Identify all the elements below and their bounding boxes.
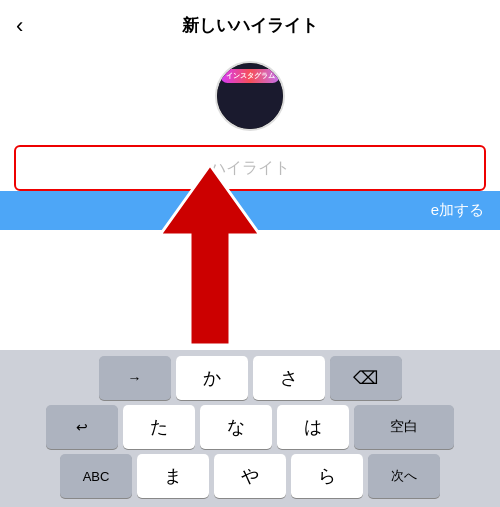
key-ta[interactable]: た <box>123 405 195 449</box>
key-arrow-right[interactable]: → <box>99 356 171 400</box>
key-sa[interactable]: さ <box>253 356 325 400</box>
key-space[interactable]: 空白 <box>354 405 454 449</box>
keyboard-row-2: ↩ た な は 空白 <box>4 405 496 449</box>
keyboard-row-3: ABC ま や ら 次へ <box>4 454 496 498</box>
key-ra[interactable]: ら <box>291 454 363 498</box>
avatar-area: インスタグラム <box>0 51 500 145</box>
keyboard: → か さ ⌫ ↩ た な は 空白 ABC ま や ら 次へ <box>0 350 500 507</box>
keyboard-row-1: → か さ ⌫ <box>4 356 496 400</box>
key-return[interactable]: ↩ <box>46 405 118 449</box>
input-area <box>0 145 500 191</box>
key-ka[interactable]: か <box>176 356 248 400</box>
avatar-label: インスタグラム <box>221 69 280 83</box>
key-ya[interactable]: や <box>214 454 286 498</box>
page-title: 新しいハイライト <box>182 14 318 37</box>
back-button[interactable]: ‹ <box>16 13 23 39</box>
key-abc[interactable]: ABC <box>60 454 132 498</box>
key-ha[interactable]: は <box>277 405 349 449</box>
key-ma[interactable]: ま <box>137 454 209 498</box>
action-bar-text: e加する <box>431 201 484 220</box>
avatar-dark-bg: インスタグラム <box>217 63 283 129</box>
highlight-name-input[interactable] <box>14 145 486 191</box>
key-na[interactable]: な <box>200 405 272 449</box>
action-bar: e加する <box>0 191 500 230</box>
key-next[interactable]: 次へ <box>368 454 440 498</box>
header: ‹ 新しいハイライト <box>0 0 500 51</box>
delete-key[interactable]: ⌫ <box>330 356 402 400</box>
avatar[interactable]: インスタグラム <box>215 61 285 131</box>
